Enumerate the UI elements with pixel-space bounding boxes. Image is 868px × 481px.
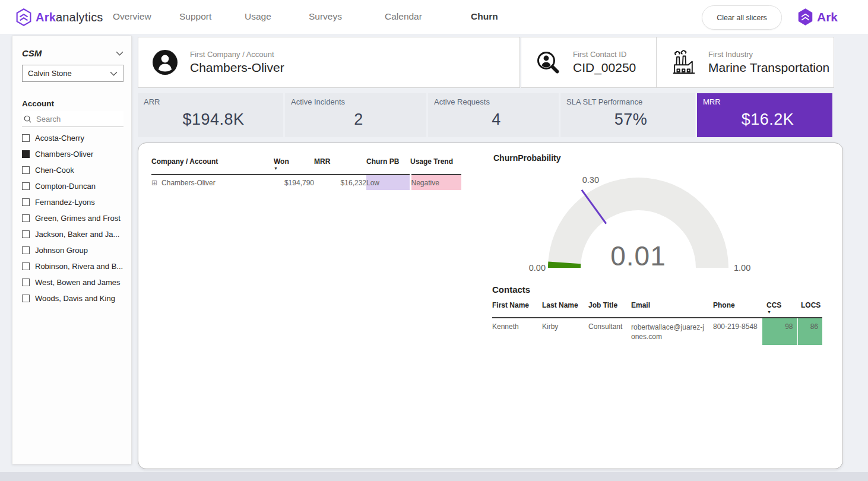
kpi-arr: ARR $194.8K (138, 93, 283, 137)
brand-primary: Ark (36, 11, 56, 24)
csm-selected-value: Calvin Stone (28, 69, 72, 78)
app-header: Arkanalytics Overview Support Usage Surv… (0, 0, 868, 34)
company-cell: Chambers-Oliver (161, 179, 216, 187)
checkbox-checked[interactable] (22, 150, 30, 158)
card-label: First Contact ID (573, 50, 636, 59)
column-header-email[interactable]: Email (631, 299, 713, 318)
column-header-locs[interactable]: LOCS (797, 299, 822, 318)
gauge-max-label: 1.00 (734, 263, 750, 273)
job-title-cell: Consultant (588, 318, 631, 345)
kpi-value: 2 (291, 110, 426, 129)
account-item[interactable]: Acosta-Cherry (22, 130, 123, 146)
ark-logo-icon (16, 8, 31, 26)
app-logo: Arkanalytics (16, 8, 103, 26)
account-item[interactable]: Johnson Group (22, 242, 123, 258)
table-row[interactable]: ⊞Chambers-Oliver $194,790 $16,232 Low Ne… (151, 175, 461, 190)
app-logo-right: Ark (798, 8, 838, 26)
account-item[interactable]: Jackson, Baker and Ja... (22, 226, 123, 242)
nav-tab-churn[interactable]: Churn (471, 11, 498, 22)
person-search-icon (535, 49, 561, 75)
churn-pb-cell: Low (366, 175, 410, 190)
card-label: First Company / Account (190, 50, 284, 59)
chevron-down-icon[interactable] (116, 51, 123, 56)
brand-secondary: analytics (56, 11, 103, 24)
card-label: First Industry (708, 50, 829, 59)
account-item[interactable]: Compton-Duncan (22, 178, 123, 194)
column-header-company[interactable]: Company / Account (151, 155, 274, 175)
brand-right-label: Ark (817, 10, 838, 24)
mrr-cell: $16,232 (314, 175, 366, 190)
account-item[interactable]: Chen-Cook (22, 162, 123, 178)
column-header-last-name[interactable]: Last Name (542, 299, 588, 318)
column-header-phone[interactable]: Phone (713, 299, 762, 318)
kpi-mrr: MRR $16.2K (697, 93, 832, 137)
first-company-card: First Company / Account Chambers-Oliver (138, 37, 520, 88)
nav-tab-support[interactable]: Support (179, 11, 211, 22)
kpi-label: MRR (703, 97, 832, 106)
column-header-job-title[interactable]: Job Title (588, 299, 631, 318)
account-item[interactable]: Green, Grimes and Frost (22, 210, 123, 226)
kpi-value: $194.8K (144, 110, 283, 129)
checkbox-unchecked[interactable] (22, 262, 30, 270)
gauge-target-label: 0.30 (582, 175, 599, 185)
card-value: Marine Transportation (708, 61, 829, 75)
account-item[interactable]: Fernandez-Lyons (22, 194, 123, 210)
nav-tab-surveys[interactable]: Surveys (309, 11, 342, 22)
sort-descending-icon: ▼ (274, 167, 314, 170)
card-value: CID_00250 (573, 61, 636, 75)
column-header-mrr[interactable]: MRR (314, 155, 366, 175)
kpi-active-requests: Active Requests 4 (428, 93, 559, 137)
email-cell: robertwallace@juarez-jones.com (631, 318, 713, 345)
page-bottom-strip (0, 472, 868, 481)
column-header-churn-pb[interactable]: Churn PB (366, 155, 410, 175)
checkbox-unchecked[interactable] (22, 198, 30, 206)
checkbox-unchecked[interactable] (22, 246, 30, 254)
clear-all-slicers-button[interactable]: Clear all slicers (702, 5, 782, 30)
kpi-label: Active Incidents (291, 97, 426, 106)
account-item[interactable]: West, Bowen and James (22, 274, 123, 290)
column-header-first-name[interactable]: First Name (492, 299, 542, 318)
kpi-label: Active Requests (434, 97, 559, 106)
details-panel: Company / Account Won▼ MRR Churn PB Usag… (138, 143, 843, 469)
locs-cell: 86 (797, 318, 822, 345)
account-search-input[interactable] (36, 115, 119, 124)
account-item[interactable]: Woods, Davis and King (22, 290, 123, 306)
kpi-active-incidents: Active Incidents 2 (285, 93, 426, 137)
filter-sidebar: CSM Calvin Stone Account Acosta-Cherry C… (12, 36, 132, 464)
kpi-label: SLA SLT Performance (566, 97, 695, 106)
account-item[interactable]: Chambers-Oliver (22, 146, 123, 162)
column-header-usage-trend[interactable]: Usage Trend (410, 155, 461, 175)
sort-descending-icon: ▼ (766, 311, 797, 314)
column-header-won[interactable]: Won▼ (274, 155, 314, 175)
person-icon (152, 49, 178, 75)
checkbox-unchecked[interactable] (22, 214, 30, 222)
first-industry-card: First Industry Marine Transportation (656, 37, 834, 88)
account-slicer-title: Account (22, 99, 123, 108)
nav-tab-overview[interactable]: Overview (113, 11, 151, 22)
checkbox-unchecked[interactable] (22, 182, 30, 190)
csm-slicer-title: CSM (22, 48, 42, 58)
checkbox-unchecked[interactable] (22, 230, 30, 238)
kpi-value: 4 (434, 110, 559, 129)
account-item[interactable]: Robinson, Rivera and B... (22, 258, 123, 274)
last-name-cell: Kirby (542, 318, 588, 345)
churn-probability-gauge: 0.30 0.00 1.00 0.01 (518, 167, 803, 283)
checkbox-unchecked[interactable] (22, 279, 30, 286)
chevron-down-icon (110, 71, 118, 76)
kpi-sla-slt-performance: SLA SLT Performance 57% (560, 93, 695, 137)
search-icon (23, 115, 32, 124)
expand-row-icon[interactable]: ⊞ (151, 179, 157, 187)
column-header-ccs[interactable]: CCS▼ (762, 299, 797, 318)
account-list: Acosta-Cherry Chambers-Oliver Chen-Cook … (22, 130, 123, 306)
checkbox-unchecked[interactable] (22, 134, 30, 142)
ark-logo-icon (798, 8, 813, 26)
nav-tab-calendar[interactable]: Calendar (385, 11, 422, 22)
table-row[interactable]: Kenneth Kirby Consultant robertwallace@j… (492, 318, 822, 345)
contacts-table: First Name Last Name Job Title Email Pho… (492, 299, 822, 345)
csm-dropdown[interactable]: Calvin Stone (22, 65, 123, 82)
checkbox-unchecked[interactable] (22, 295, 30, 302)
checkbox-unchecked[interactable] (22, 166, 30, 174)
card-value: Chambers-Oliver (190, 61, 284, 75)
usage-trend-cell: Negative (410, 175, 461, 190)
nav-tab-usage[interactable]: Usage (245, 11, 271, 22)
